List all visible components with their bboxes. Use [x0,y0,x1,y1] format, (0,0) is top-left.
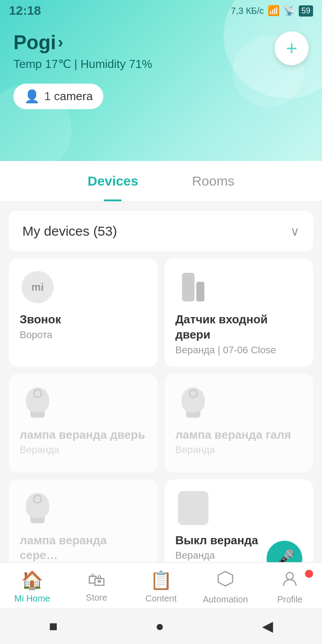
device-location: Веранда | 07-06 Close [175,344,302,356]
devices-count-title: My devices (53) [22,224,117,239]
nav-item-mi-home[interactable]: 🏠 Mi Home [0,570,64,605]
bulb-icon [26,387,49,418]
device-name: лампа веранда дверь [20,428,147,443]
add-icon: + [286,37,297,59]
status-time: 12:18 [9,4,41,18]
device-location: Веранда [20,444,147,456]
android-nav-bar: ■ ● ◀ [0,608,322,644]
device-icon-container [20,490,55,526]
status-icons: 7,3 КБ/с 📶 📡 59 [231,5,313,17]
bulb-icon [26,493,49,523]
content-icon: 📋 [150,570,172,591]
automation-icon [216,570,234,592]
switch-icon [178,491,208,525]
device-icon-container [20,385,55,420]
nav-item-profile[interactable]: Profile [258,570,322,605]
nav-label-store: Store [86,593,107,603]
signal-icon: 📶 [267,5,280,17]
device-card-datchik[interactable]: Датчик входной двери Веранда | 07-06 Clo… [165,258,313,367]
store-icon: 🛍 [88,570,106,590]
device-name: Датчик входной двери [175,312,302,343]
home-icon: 🏠 [21,570,43,591]
add-device-button[interactable]: + [275,31,309,65]
mi-button-icon: mi [21,271,54,303]
tabs-container: Devices Rooms [0,161,322,202]
home-title[interactable]: Pogi › [13,31,309,54]
tab-devices[interactable]: Devices [61,161,165,201]
wifi-icon: 📡 [283,5,295,17]
svg-marker-0 [218,572,233,586]
device-grid: mi Звонок Ворота Датчик входной двери Ве… [9,258,313,587]
device-name: лампа веранда галя [175,428,302,443]
nav-label-automation: Automation [203,594,248,605]
home-name: Pogi [13,31,56,54]
door-sensor-icon [182,273,204,301]
svg-point-1 [286,572,293,580]
status-bar: 12:18 7,3 КБ/с 📶 📡 59 [0,0,322,21]
device-name: лампа веранда сере… [20,533,147,564]
battery-indicator: 59 [299,5,313,17]
device-card-lampa2[interactable]: лампа веранда галя Веранда [165,374,313,472]
recent-apps-button[interactable]: ■ [49,618,57,635]
home-chevron: › [58,33,63,52]
nav-item-content[interactable]: 📋 Content [129,570,193,605]
collapse-icon: ∨ [290,224,300,239]
device-icon-container: mi [20,269,55,305]
devices-section: My devices (53) ∨ mi Звонок Ворота [0,202,322,596]
device-icon-container [175,490,211,526]
hero-section: Pogi › Temp 17℃ | Humidity 71% + 👤 1 cam… [0,0,322,161]
device-icon-container [175,269,211,305]
nav-label-mi-home: Mi Home [14,593,50,604]
profile-icon [281,570,299,592]
nav-label-profile: Profile [277,594,303,605]
my-devices-header[interactable]: My devices (53) ∨ [9,211,313,251]
nav-item-automation[interactable]: Automation [193,570,258,605]
device-icon-container [175,385,211,420]
back-button[interactable]: ◀ [262,618,273,635]
nav-label-content: Content [145,593,177,604]
nav-item-store[interactable]: 🛍 Store [64,570,129,605]
bottom-nav: 🏠 Mi Home 🛍 Store 📋 Content Automation P… [0,562,322,608]
home-button[interactable]: ● [156,618,164,635]
profile-notification-badge [305,570,313,578]
device-name: Звонок [20,312,147,327]
device-card-lampa1[interactable]: лампа веранда дверь Веранда [9,374,157,472]
bulb-icon [182,387,205,418]
device-location: Ворота [20,329,147,341]
device-location: Веранда [175,444,302,456]
weather-info: Temp 17℃ | Humidity 71% [13,57,309,71]
device-card-zvonok[interactable]: mi Звонок Ворота [9,258,157,367]
network-speed: 7,3 КБ/с [231,6,264,16]
tab-rooms[interactable]: Rooms [165,161,261,201]
